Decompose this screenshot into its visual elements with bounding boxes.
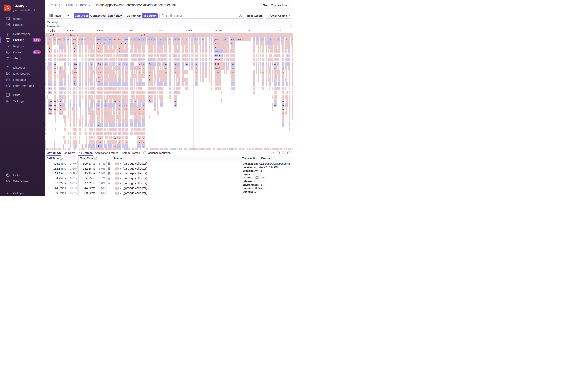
gear-icon[interactable]: [107, 172, 111, 175]
sort-left-heavy[interactable]: Left Heavy: [107, 13, 123, 18]
beta-badge: beta: [33, 38, 41, 42]
sidebar-item-projects[interactable]: Projects: [0, 22, 45, 28]
table-row[interactable]: 132.88ms1.6%132.88ms1.6%▸(garbage collec…: [45, 166, 240, 171]
self-time-pct: 3.7%: [66, 161, 77, 166]
org-switcher[interactable]: Sentry jonas.badalic@sent…: [0, 0, 45, 12]
sidebar-item-profiling[interactable]: Profilingbeta: [0, 37, 45, 43]
breadcrumb-profile-summary[interactable]: Profile Summary: [66, 3, 90, 7]
expand-chevron-icon[interactable]: ▸: [120, 162, 121, 165]
view-bottom-up[interactable]: Bottom Up: [126, 13, 142, 18]
expand-chevron-icon[interactable]: ▸: [120, 172, 121, 175]
svg-text:0…: 0…: [98, 144, 101, 147]
download-icon[interactable]: [271, 152, 274, 154]
sidebar-item-issues[interactable]: Issues: [0, 16, 45, 22]
collapse-recursion-toggle[interactable]: Collapse recursion: [143, 150, 171, 156]
tab-application-frames[interactable]: Application Frames: [95, 150, 119, 156]
sidebar-item-releases[interactable]: Releases: [0, 76, 45, 83]
svg-text:r…: r…: [119, 50, 122, 53]
frame-name[interactable]: (garbage collector): [123, 172, 147, 175]
chevron-down-icon[interactable]: [289, 21, 291, 23]
frame-name[interactable]: (garbage collector): [123, 167, 147, 170]
sidebar-item-crons[interactable]: Cronsbeta: [0, 49, 45, 55]
sidebar-item-collapse[interactable]: Collapse: [0, 190, 45, 196]
expand-chevron-icon[interactable]: ▸: [120, 187, 121, 190]
frame-cell: ▸(garbage collector): [116, 181, 147, 186]
details-tab-device[interactable]: Device: [261, 156, 270, 161]
sidebar-item-performance[interactable]: Performance: [0, 31, 45, 37]
expand-chevron-icon[interactable]: ▸: [120, 177, 121, 180]
sidebar-item-user-feedback[interactable]: User Feedback: [0, 83, 45, 89]
sidebar-item-discover[interactable]: Discover: [0, 64, 45, 70]
flamegraph-canvas[interactable]: (root)(root)(root)p……p………p……………p…sp……p…p…: [45, 33, 293, 150]
gear-icon[interactable]: [107, 186, 111, 190]
sidebar-item-help[interactable]: Help: [0, 172, 45, 178]
tab-system-frames[interactable]: System Frames: [121, 150, 140, 156]
question-icon[interactable]: [94, 157, 97, 160]
frame-cell: ▸(garbage collector): [116, 190, 147, 196]
svg-text:…: …: [232, 54, 234, 57]
go-to-transaction-button[interactable]: Go to Transaction: [260, 2, 290, 8]
transaction-section[interactable]: Transaction: [45, 24, 293, 28]
sidebar-item-stats[interactable]: Stats: [0, 92, 45, 98]
sidebar-item-settings[interactable]: Settings: [0, 98, 45, 104]
thread-select[interactable]: main: [47, 13, 72, 18]
column-divider: [112, 156, 112, 162]
expand-chevron-icon[interactable]: ▸: [120, 182, 121, 184]
frame-name[interactable]: (garbage collector): [123, 182, 147, 185]
frame-name[interactable]: (garbage collector): [123, 191, 147, 194]
flamegraph[interactable]: (root)(root)(root)p……p………p……………p…sp……p…p…: [45, 33, 293, 150]
table-row[interactable]: 39.62ms0.5%39.62ms0.5%▸(garbage collecto…: [45, 190, 240, 196]
table-row[interactable]: 54.75ms0.7%54.75ms0.7%▸(garbage collecto…: [45, 176, 240, 181]
collapse-recursion-checkbox[interactable]: [143, 152, 146, 154]
self-time-header[interactable]: Self Time: [47, 156, 63, 162]
gear-icon[interactable]: [107, 191, 111, 194]
gear-icon[interactable]: [107, 177, 111, 180]
sort-call-order[interactable]: Call Order: [74, 13, 89, 18]
reset-zoom-button[interactable]: Reset Zoom: [246, 13, 263, 18]
svg-text:…: …: [119, 83, 120, 86]
svg-text:…: …: [134, 42, 136, 44]
svg-text:u…: u…: [149, 58, 152, 61]
svg-text:…: …: [178, 38, 180, 40]
find-frames-input[interactable]: [166, 14, 237, 17]
dock-right-icon[interactable]: [287, 152, 290, 154]
tab-bottom-up[interactable]: Bottom Up: [47, 150, 61, 156]
gear-icon[interactable]: [107, 167, 111, 170]
frame-name[interactable]: (garbage collector): [123, 186, 147, 190]
sort-direction-icon[interactable]: ↓: [107, 156, 109, 162]
info-icon[interactable]: [239, 14, 242, 17]
dock-bottom-icon[interactable]: [282, 152, 285, 154]
frame-name[interactable]: (garbage collector): [123, 162, 147, 165]
dock-left-icon[interactable]: [277, 152, 280, 154]
sidebar-item-dashboards[interactable]: Dashboards: [0, 70, 45, 76]
minimap-section[interactable]: Minimap: [45, 20, 293, 24]
svg-text:r…: r…: [149, 62, 152, 65]
expand-chevron-icon[interactable]: ▸: [120, 167, 121, 170]
frame-header[interactable]: Frame: [114, 156, 122, 162]
svg-text:…: …: [109, 42, 111, 44]
breadcrumb-profiling[interactable]: Profiling: [49, 3, 60, 7]
tab-top-down[interactable]: Top Down: [63, 150, 75, 156]
tab-all-frames[interactable]: All Frames: [79, 150, 93, 156]
table-row[interactable]: 305.53ms3.7%305.53ms3.7%▸(garbage collec…: [45, 161, 240, 166]
view-top-down[interactable]: Top Down: [142, 13, 158, 18]
sort-alphabetical[interactable]: Alphabetical: [89, 13, 107, 18]
total-time-ms: 132.88ms: [79, 166, 96, 171]
table-row[interactable]: 47.32ms0.6%47.32ms0.6%▸(garbage collecto…: [45, 181, 240, 186]
gear-icon[interactable]: [107, 162, 111, 165]
replays-icon: [6, 44, 10, 48]
svg-text:…: …: [165, 38, 166, 40]
sidebar-item-alerts[interactable]: Alerts: [0, 55, 45, 61]
chevron-down-icon[interactable]: [289, 25, 291, 27]
question-icon[interactable]: [60, 157, 63, 160]
sidebar-item-replays[interactable]: Replays: [0, 43, 45, 49]
expand-chevron-icon[interactable]: ▸: [120, 192, 121, 194]
frame-name[interactable]: (garbage collector): [123, 177, 147, 180]
details-tab-transaction[interactable]: Transaction: [242, 156, 258, 161]
gear-icon[interactable]: [107, 182, 111, 185]
color-coding-select[interactable]: Color Coding: [266, 13, 292, 18]
total-time-header[interactable]: Total Time: [80, 156, 97, 162]
sidebar-item-what-s-new[interactable]: What's new: [0, 178, 45, 184]
table-row[interactable]: 44.32ms0.5%44.32ms0.5%▸(garbage collecto…: [45, 186, 240, 190]
table-row[interactable]: 73.33ms0.9%73.33ms0.9%▸(garbage collecto…: [45, 171, 240, 176]
